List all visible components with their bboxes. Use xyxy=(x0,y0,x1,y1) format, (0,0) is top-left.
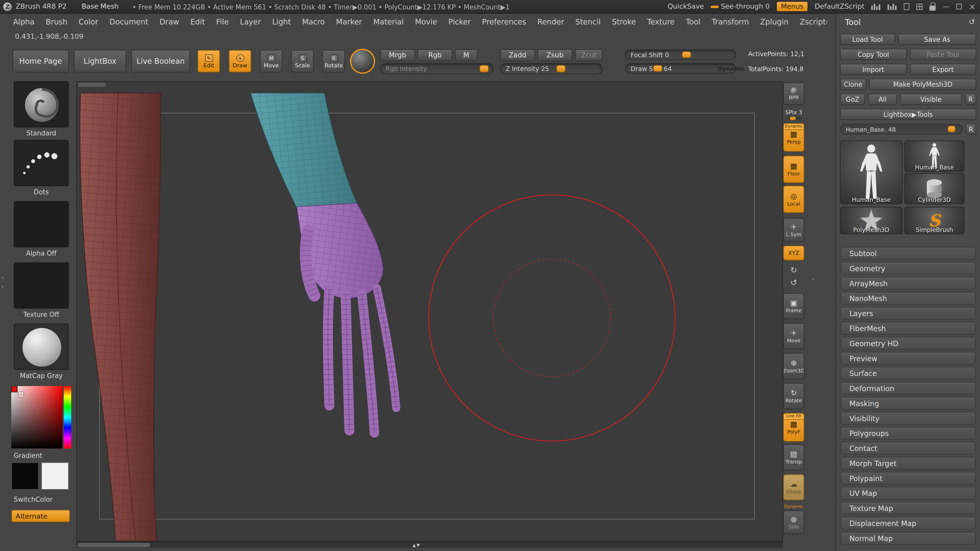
make-polymesh3d-button[interactable]: Make PolyMesh3D xyxy=(870,79,977,90)
tool-section-header[interactable]: Surface xyxy=(841,367,976,380)
tool-section-header[interactable]: Geometry HD xyxy=(841,337,976,350)
see-through-handle[interactable] xyxy=(711,6,719,8)
copy-tool-button[interactable]: Copy Tool xyxy=(840,49,907,60)
left-tray-collapse-arrow[interactable]: ‹ xyxy=(1,274,4,282)
tool-section-header[interactable]: Masking xyxy=(841,397,976,410)
clone-button[interactable]: Clone xyxy=(840,79,866,90)
tool-section-header[interactable]: UV Map xyxy=(841,487,976,500)
lsym-button[interactable]: + L.Sym xyxy=(783,218,804,242)
menu-item[interactable]: Render xyxy=(532,17,570,26)
texture-thumbnail[interactable] xyxy=(14,262,69,309)
activity-bars-icon-2[interactable] xyxy=(888,3,897,10)
z-intensity-handle[interactable] xyxy=(556,65,566,73)
menu-item[interactable]: Light xyxy=(266,17,296,26)
scale-button[interactable]: S Scale xyxy=(291,50,313,73)
recent-tool-simplebrush[interactable]: S SimpleBrush xyxy=(904,207,964,234)
panel-divider-bracket[interactable]: ‹ xyxy=(825,17,829,27)
frame-button[interactable]: ▣ Frame xyxy=(783,293,804,319)
menu-item[interactable]: Marker xyxy=(331,17,368,26)
tool-section-header[interactable]: NanoMesh xyxy=(841,292,976,305)
grid-icon[interactable] xyxy=(916,3,922,10)
home-page-button[interactable]: Home Page xyxy=(13,50,68,73)
goz-r-button[interactable]: R xyxy=(965,94,976,105)
recent-tool-cylinder3d[interactable]: Cylinder3D xyxy=(904,173,964,204)
bpr-button[interactable]: BPR xyxy=(783,83,804,105)
tool-section-header[interactable]: Visibility xyxy=(841,412,976,425)
live-boolean-button[interactable]: Live Boolean xyxy=(131,50,190,73)
polyframe-button[interactable]: Line Fill ▦ PolyF xyxy=(783,413,804,442)
menu-item[interactable]: Brush xyxy=(40,17,73,26)
zcut-button[interactable]: Zcut xyxy=(575,49,603,61)
minimize-button[interactable]: — xyxy=(942,3,950,11)
tool-section-header[interactable]: Displacement Map xyxy=(841,516,976,530)
viewport-canvas[interactable] xyxy=(76,81,783,541)
tool-section-header[interactable]: ArrayMesh xyxy=(841,277,976,290)
document-icon[interactable] xyxy=(904,3,909,10)
tool-section-header[interactable]: Preview xyxy=(841,352,976,365)
xyz-button[interactable]: XYZ xyxy=(783,245,804,260)
menus-button[interactable]: Menus xyxy=(776,2,808,11)
rotate-button[interactable]: R Rotate xyxy=(323,50,345,73)
goz-visible-button[interactable]: Visible xyxy=(900,94,962,105)
move-view-button[interactable]: + Move xyxy=(783,323,804,349)
close-button[interactable]: × xyxy=(969,2,976,11)
spix-handle[interactable] xyxy=(790,117,796,120)
menu-item[interactable]: Edit xyxy=(185,17,210,26)
hue-strip[interactable] xyxy=(64,386,71,448)
ghost-button[interactable]: ☁ Ghost xyxy=(783,474,804,500)
spix-slider[interactable]: SPix 3 xyxy=(785,110,802,120)
brush-thumbnail[interactable] xyxy=(14,81,69,127)
tool-section-header[interactable]: Normal Map xyxy=(841,532,976,545)
menu-item[interactable]: Tool xyxy=(680,17,706,26)
quicksave-button[interactable]: QuickSave xyxy=(668,3,704,11)
current-brush-selector[interactable]: Standard xyxy=(11,81,71,137)
menu-item[interactable]: Document xyxy=(104,17,154,26)
see-through-slider[interactable]: See-through 0 xyxy=(711,3,770,11)
menu-item[interactable]: Texture xyxy=(641,17,680,26)
draw-size-handle[interactable] xyxy=(653,65,662,72)
rgb-intensity-handle[interactable] xyxy=(479,65,489,73)
current-stroke-selector[interactable]: Dots xyxy=(11,140,71,196)
zadd-button[interactable]: Zadd xyxy=(500,49,535,61)
import-button[interactable]: Import xyxy=(840,64,907,75)
material-selector[interactable]: MatCap Gray xyxy=(11,324,71,380)
focal-shift-slider[interactable]: Focal Shift 0 xyxy=(625,49,736,60)
zbrush-logo-icon[interactable]: Z xyxy=(3,2,12,11)
material-preview-sphere[interactable] xyxy=(350,49,375,74)
menu-item[interactable]: Transform xyxy=(706,17,754,26)
restore-configuration-icon[interactable]: ↺ xyxy=(969,17,975,26)
goz-all-button[interactable]: All xyxy=(868,94,897,105)
save-as-button[interactable]: Save As xyxy=(898,34,976,45)
lock-icon[interactable] xyxy=(929,3,935,10)
secondary-color-swatch[interactable] xyxy=(41,462,69,490)
floor-button[interactable]: ▦ Floor xyxy=(783,156,804,183)
rgb-button[interactable]: Rgb xyxy=(417,49,452,61)
tool-quick-pick-slider[interactable]: Human_Base. 48 xyxy=(840,124,963,135)
recent-tool-human-base[interactable]: Human_Base xyxy=(904,141,964,171)
mrgb-button[interactable]: Mrgb xyxy=(380,49,415,61)
tool-section-header[interactable]: Deformation xyxy=(841,382,976,395)
tool-panel-header[interactable]: Tool ↺ xyxy=(836,14,980,30)
zoom3d-button[interactable]: ⊕ Zoom3D xyxy=(783,353,804,380)
canvas-scroll-arrows[interactable]: ▲▼ xyxy=(412,543,420,548)
color-picker-marker[interactable] xyxy=(19,392,23,397)
menu-item[interactable]: Preferences xyxy=(476,17,532,26)
focal-shift-handle[interactable] xyxy=(682,51,691,58)
right-tray-collapse-arrow[interactable]: ‹ xyxy=(812,275,815,283)
texture-selector[interactable]: Texture Off xyxy=(11,262,71,318)
stroke-thumbnail[interactable] xyxy=(14,140,69,186)
solo-button[interactable]: ● Solo xyxy=(783,510,804,534)
menu-item[interactable]: Alpha xyxy=(7,17,40,26)
tool-slider-handle[interactable] xyxy=(947,125,956,132)
spin-clockwise-icon[interactable]: ↻ xyxy=(783,265,804,275)
m-button[interactable]: M xyxy=(455,49,477,61)
edit-button[interactable]: ✎ Edit xyxy=(197,50,220,73)
tool-slider-r-button[interactable]: R xyxy=(966,124,977,135)
tool-section-header[interactable]: Subtool xyxy=(841,247,976,260)
menu-item[interactable]: Layer xyxy=(234,17,266,26)
move-button[interactable]: M Move xyxy=(260,50,283,73)
alpha-selector[interactable]: Alpha Off xyxy=(11,201,71,257)
recent-tool-polymesh3d[interactable]: PolyMesh3D xyxy=(840,207,902,234)
paste-tool-button[interactable]: Paste Tool xyxy=(910,49,976,60)
local-button[interactable]: ◎ Local xyxy=(783,186,804,213)
